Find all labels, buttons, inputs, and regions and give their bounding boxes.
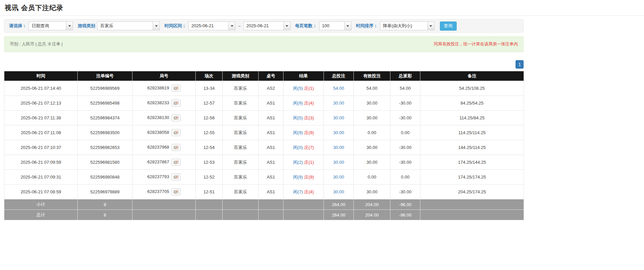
video-icon: [174, 190, 179, 194]
table-row: 2025-06-21 07:12:13 522596985498 6282382…: [4, 96, 524, 111]
total-bet-link[interactable]: 30.00: [333, 175, 344, 180]
result-cell: 闲(9)庄(4): [283, 96, 324, 111]
video-replay-button[interactable]: [172, 129, 181, 136]
payout: -30.00: [390, 96, 420, 111]
session: 12-52: [196, 170, 223, 185]
total-bet-link[interactable]: 54.00: [333, 86, 344, 91]
result-player: 闲(7): [293, 189, 303, 194]
valid-bet: 0.00: [354, 170, 390, 185]
result-player: 闲(2): [293, 160, 303, 165]
chevron-down-icon[interactable]: [66, 22, 73, 30]
round-cell: 628237793: [132, 170, 196, 185]
total-bet-link[interactable]: 30.00: [333, 115, 344, 120]
video-replay-button[interactable]: [172, 144, 181, 151]
session: 12-53: [196, 155, 223, 170]
payout: -30.00: [390, 111, 420, 125]
video-replay-button[interactable]: [172, 114, 181, 121]
summary-bar: 币别 : 人民币 | 总共 :8 注单 | 同局有效投注，统一计算在该局第一张注…: [4, 36, 524, 52]
video-replay-button[interactable]: [172, 188, 181, 195]
per-page-dropdown[interactable]: 100: [319, 22, 351, 30]
date-end-dropdown[interactable]: 2025-06-21: [243, 22, 291, 30]
table-no: AS1: [259, 111, 283, 125]
summary-note: 同局有效投注，统一计算在该局第一张注单内: [434, 41, 518, 47]
bet-id: 522596982653: [78, 140, 132, 155]
header-session: 场次: [196, 71, 223, 81]
bet-time: 2025-06-21 07:10:37: [4, 140, 78, 155]
payout: -30.00: [390, 185, 420, 199]
result-player: 闲(9): [293, 175, 303, 180]
chevron-down-icon[interactable]: [427, 22, 434, 30]
valid-bet: 30.00: [354, 140, 390, 155]
round-cell: 628237867: [132, 155, 196, 170]
result-cell: 闲(5)庄(1): [283, 81, 324, 96]
payout: 54.00: [390, 81, 420, 96]
bet-id: 522596980848: [78, 170, 132, 185]
total-bet-cell: 30.00: [324, 111, 354, 125]
result-player: 闲(9): [293, 130, 303, 135]
round-cell: 628238619: [132, 81, 196, 96]
header-valid-bet: 有效投注: [354, 71, 390, 81]
remark: 84.25/54.25: [420, 96, 524, 111]
total-bet-link[interactable]: 30.00: [333, 160, 344, 165]
bet-time: 2025-06-21 07:09:31: [4, 170, 78, 185]
header-remark: 备注: [420, 71, 524, 81]
total-count: 8: [78, 210, 132, 220]
subtotal-valid-bet: 204.00: [354, 199, 390, 210]
result-cell: 闲(7)庄(4): [283, 185, 324, 199]
result-banker: 庄(4): [304, 101, 314, 106]
result-cell: 闲(9)庄(9): [283, 170, 324, 185]
chevron-down-icon[interactable]: [153, 22, 159, 30]
header-result: 结果: [283, 71, 324, 81]
result-banker: 庄(1): [304, 160, 314, 165]
table-no: AS1: [259, 96, 283, 111]
result-player: 闲(5): [293, 86, 303, 91]
table-row: 2025-06-21 07:08:59 522596979889 6282377…: [4, 185, 524, 199]
bet-id: 522596984374: [78, 111, 132, 125]
video-replay-button[interactable]: [172, 85, 181, 92]
total-bet-link[interactable]: 30.00: [333, 101, 344, 106]
header-bet-id: 注单编号: [78, 71, 132, 81]
video-replay-button[interactable]: [172, 100, 181, 107]
video-replay-button[interactable]: [172, 173, 181, 181]
valid-bet: 0.00: [354, 125, 390, 140]
video-icon: [174, 131, 179, 135]
header-table-no: 桌号: [259, 71, 283, 81]
page-1-button[interactable]: 1: [516, 60, 524, 69]
bet-id: 522596989569: [78, 81, 132, 96]
chevron-down-icon[interactable]: [228, 22, 235, 30]
game-type: 百家乐: [223, 111, 259, 125]
summary-currency-count: 币别 : 人民币 | 总共 :8 注单 |: [10, 41, 63, 47]
video-replay-button[interactable]: [172, 159, 181, 166]
total-bet-link[interactable]: 30.00: [333, 130, 344, 135]
time-sort-dropdown[interactable]: 降幂(由大到小): [380, 22, 434, 30]
payout: 0.00: [390, 170, 420, 185]
total-bet-cell: 30.00: [324, 96, 354, 111]
chevron-down-icon[interactable]: [283, 22, 290, 30]
session: 12-55: [196, 125, 223, 140]
total-bet-link[interactable]: 30.00: [333, 189, 344, 194]
subtotal-payout: -96.00: [390, 199, 420, 210]
search-button[interactable]: 查询: [440, 22, 457, 31]
select-type-dropdown[interactable]: 日期查询: [29, 22, 73, 30]
header-total-bet: 总投注: [324, 71, 354, 81]
table-no: AS1: [259, 185, 283, 199]
table-no: AS1: [259, 170, 283, 185]
date-range-label: 时间区间：: [164, 23, 186, 29]
total-row: 总计 8 264.00 204.00 -96.00: [4, 210, 524, 220]
total-bet-cell: 30.00: [324, 140, 354, 155]
total-payout: -96.00: [390, 210, 420, 220]
subtotal-total-bet: 264.00: [324, 199, 354, 210]
round-cell: 628238233: [132, 96, 196, 111]
date-end-value: 2025-06-21: [244, 22, 283, 30]
round-id: 628238233: [147, 100, 169, 105]
game-type: 百家乐: [223, 96, 259, 111]
chevron-down-icon[interactable]: [344, 22, 351, 30]
result-cell: 闲(9)庄(9): [283, 125, 324, 140]
result-banker: 庄(9): [304, 175, 314, 180]
date-start-dropdown[interactable]: 2025-06-21: [188, 22, 235, 30]
game-type-dropdown[interactable]: 百家乐: [97, 22, 160, 30]
table-row: 2025-06-21 07:09:31 522596980848 6282377…: [4, 170, 524, 185]
total-bet-link[interactable]: 30.00: [333, 145, 344, 150]
round-id: 628237968: [147, 145, 169, 150]
valid-bet: 30.00: [354, 111, 390, 125]
